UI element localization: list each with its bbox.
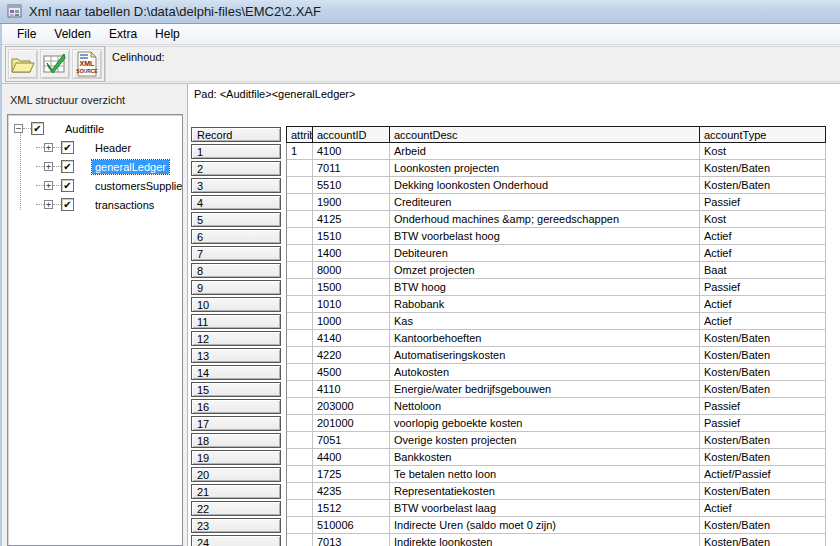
record-cell[interactable]: 16: [191, 399, 281, 414]
accountdesc-cell[interactable]: Debiteuren: [390, 245, 700, 262]
record-cell[interactable]: 5: [191, 212, 281, 227]
record-cell[interactable]: 18: [191, 433, 281, 448]
record-cell[interactable]: 17: [191, 416, 281, 431]
accountdesc-cell[interactable]: Kas: [390, 313, 700, 330]
column-header-accountid[interactable]: accountID: [313, 126, 390, 143]
accounttype-cell[interactable]: Passief: [700, 194, 826, 211]
accountid-cell[interactable]: 203000: [313, 398, 390, 415]
checkbox-icon[interactable]: ✔: [31, 122, 44, 135]
convert-check-button[interactable]: [40, 49, 70, 79]
record-cell[interactable]: 1: [191, 144, 281, 159]
column-header-accounttype[interactable]: accountType: [700, 126, 826, 143]
accounttype-cell[interactable]: Actief: [700, 313, 826, 330]
record-cell[interactable]: 9: [191, 280, 281, 295]
checkbox-icon[interactable]: ✔: [61, 141, 74, 154]
accounttype-cell[interactable]: Passief: [700, 415, 826, 432]
accountid-cell[interactable]: 4125: [313, 211, 390, 228]
column-header-attrib[interactable]: attrib: [287, 126, 313, 143]
record-cell[interactable]: 6: [191, 229, 281, 244]
attrib-cell[interactable]: [287, 483, 313, 500]
attrib-cell[interactable]: [287, 432, 313, 449]
record-cell[interactable]: 12: [191, 331, 281, 346]
attrib-cell[interactable]: [287, 262, 313, 279]
attrib-cell[interactable]: [287, 160, 313, 177]
tree-item-label[interactable]: Auditfile: [62, 122, 107, 136]
accountid-cell[interactable]: 4100: [313, 143, 390, 160]
accounttype-cell[interactable]: Kosten/Baten: [700, 347, 826, 364]
record-cell[interactable]: 3: [191, 178, 281, 193]
tree-item[interactable]: + ✔ transactions: [14, 195, 180, 214]
accountdesc-cell[interactable]: Bankkosten: [390, 449, 700, 466]
attrib-cell[interactable]: [287, 330, 313, 347]
accounttype-cell[interactable]: Actief: [700, 296, 826, 313]
open-file-button[interactable]: [8, 49, 38, 79]
attrib-cell[interactable]: [287, 245, 313, 262]
xml-source-button[interactable]: XML SOURCE: [72, 49, 102, 79]
accountid-cell[interactable]: 7051: [313, 432, 390, 449]
record-cell[interactable]: 13: [191, 348, 281, 363]
record-cell[interactable]: 7: [191, 246, 281, 261]
accountdesc-cell[interactable]: Crediteuren: [390, 194, 700, 211]
accountid-cell[interactable]: 4400: [313, 449, 390, 466]
accountdesc-cell[interactable]: BTW voorbelast laag: [390, 500, 700, 517]
accountid-cell[interactable]: 1900: [313, 194, 390, 211]
accountid-cell[interactable]: 1512: [313, 500, 390, 517]
attrib-cell[interactable]: [287, 177, 313, 194]
collapse-icon[interactable]: −: [14, 124, 23, 133]
record-cell[interactable]: 20: [191, 467, 281, 482]
accountid-cell[interactable]: 1510: [313, 228, 390, 245]
tree-item[interactable]: + ✔ generalLedger: [14, 157, 180, 176]
titlebar[interactable]: Xml naar tabellen D:\data\delphi-files\E…: [0, 0, 840, 24]
record-cell[interactable]: 2: [191, 161, 281, 176]
tree-item-label[interactable]: generalLedger: [92, 160, 169, 174]
accounttype-cell[interactable]: Passief: [700, 279, 826, 296]
accountid-cell[interactable]: 510006: [313, 517, 390, 534]
accountdesc-cell[interactable]: Dekking loonkosten Onderhoud: [390, 177, 700, 194]
record-cell[interactable]: 21: [191, 484, 281, 499]
accountdesc-cell[interactable]: Autokosten: [390, 364, 700, 381]
attrib-cell[interactable]: [287, 313, 313, 330]
attrib-cell[interactable]: [287, 296, 313, 313]
accountdesc-cell[interactable]: Arbeid: [390, 143, 700, 160]
tree-item[interactable]: + ✔ customersSuppliers: [14, 176, 180, 195]
accountid-cell[interactable]: 1000: [313, 313, 390, 330]
attrib-cell[interactable]: [287, 347, 313, 364]
attrib-cell[interactable]: [287, 364, 313, 381]
menu-file[interactable]: File: [8, 25, 45, 43]
accountid-cell[interactable]: 1010: [313, 296, 390, 313]
accountid-cell[interactable]: 1725: [313, 466, 390, 483]
attrib-cell[interactable]: [287, 517, 313, 534]
accounttype-cell[interactable]: Kost: [700, 143, 826, 160]
tree-item[interactable]: + ✔ Header: [14, 138, 180, 157]
column-header-accountdesc[interactable]: accountDesc: [390, 126, 700, 143]
accounttype-cell[interactable]: Kosten/Baten: [700, 483, 826, 500]
record-cell[interactable]: 23: [191, 518, 281, 533]
accounttype-cell[interactable]: Baat: [700, 262, 826, 279]
accounttype-cell[interactable]: Kosten/Baten: [700, 534, 826, 546]
attrib-cell[interactable]: [287, 500, 313, 517]
accountdesc-cell[interactable]: voorlopig geboekte kosten: [390, 415, 700, 432]
accountdesc-cell[interactable]: Loonkosten projecten: [390, 160, 700, 177]
accounttype-cell[interactable]: Kosten/Baten: [700, 381, 826, 398]
accountid-cell[interactable]: 4140: [313, 330, 390, 347]
accounttype-cell[interactable]: Passief: [700, 398, 826, 415]
xml-structure-tree[interactable]: − ✔ Auditfile + ✔ Header + ✔ generalLedg…: [7, 114, 183, 546]
accountdesc-cell[interactable]: Automatiseringskosten: [390, 347, 700, 364]
menu-extra[interactable]: Extra: [100, 25, 146, 43]
attrib-cell[interactable]: [287, 381, 313, 398]
accountid-cell[interactable]: 1500: [313, 279, 390, 296]
tree-item-root[interactable]: − ✔ Auditfile: [14, 119, 180, 138]
record-cell[interactable]: 15: [191, 382, 281, 397]
accountdesc-cell[interactable]: Overige kosten projecten: [390, 432, 700, 449]
accountdesc-cell[interactable]: Representatiekosten: [390, 483, 700, 500]
accountdesc-cell[interactable]: Indirekte loonkosten: [390, 534, 700, 546]
accountid-cell[interactable]: 4500: [313, 364, 390, 381]
record-cell[interactable]: 19: [191, 450, 281, 465]
attrib-cell[interactable]: [287, 415, 313, 432]
menu-velden[interactable]: Velden: [45, 25, 100, 43]
attrib-cell[interactable]: [287, 466, 313, 483]
checkbox-icon[interactable]: ✔: [61, 198, 74, 211]
accountdesc-cell[interactable]: Energie/water bedrijfsgebouwen: [390, 381, 700, 398]
accountid-cell[interactable]: 4235: [313, 483, 390, 500]
accountdesc-cell[interactable]: BTW voorbelast hoog: [390, 228, 700, 245]
